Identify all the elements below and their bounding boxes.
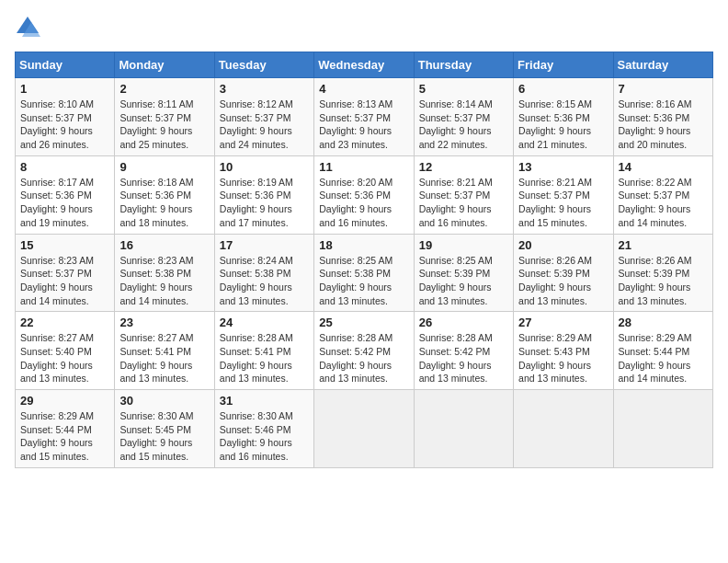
day-cell: 24Sunrise: 8:28 AMSunset: 5:41 PMDayligh… — [214, 312, 313, 390]
day-cell: 26Sunrise: 8:28 AMSunset: 5:42 PMDayligh… — [414, 312, 513, 390]
day-cell: 10Sunrise: 8:19 AMSunset: 5:36 PMDayligh… — [214, 155, 313, 234]
day-number: 4 — [319, 82, 408, 96]
day-cell: 7Sunrise: 8:16 AMSunset: 5:36 PMDaylight… — [613, 78, 712, 156]
day-number: 25 — [319, 316, 408, 329]
day-number: 9 — [119, 160, 209, 174]
logo-icon — [15, 15, 40, 40]
day-cell: 21Sunrise: 8:26 AMSunset: 5:39 PMDayligh… — [613, 234, 712, 312]
day-number: 6 — [518, 82, 608, 96]
day-number: 30 — [119, 394, 209, 408]
day-number: 13 — [518, 160, 608, 174]
week-row-2: 8Sunrise: 8:17 AMSunset: 5:36 PMDaylight… — [16, 155, 713, 234]
calendar-table: SundayMondayTuesdayWednesdayThursdayFrid… — [15, 52, 713, 468]
day-info: Sunrise: 8:20 AMSunset: 5:36 PMDaylight:… — [319, 176, 408, 230]
day-number: 2 — [119, 82, 209, 96]
day-number: 24 — [220, 316, 309, 329]
day-number: 8 — [20, 160, 109, 174]
day-info: Sunrise: 8:10 AMSunset: 5:37 PMDaylight:… — [20, 98, 109, 152]
day-number: 22 — [20, 316, 109, 329]
day-cell: 27Sunrise: 8:29 AMSunset: 5:43 PMDayligh… — [514, 312, 613, 390]
week-row-5: 29Sunrise: 8:29 AMSunset: 5:44 PMDayligh… — [16, 390, 713, 468]
day-cell: 2Sunrise: 8:11 AMSunset: 5:37 PMDaylight… — [115, 78, 214, 156]
weekday-header-row: SundayMondayTuesdayWednesdayThursdayFrid… — [16, 52, 713, 78]
day-cell — [514, 390, 613, 468]
week-row-1: 1Sunrise: 8:10 AMSunset: 5:37 PMDaylight… — [16, 78, 713, 156]
day-info: Sunrise: 8:13 AMSunset: 5:37 PMDaylight:… — [319, 98, 408, 152]
day-cell: 19Sunrise: 8:25 AMSunset: 5:39 PMDayligh… — [414, 234, 513, 312]
day-cell: 31Sunrise: 8:30 AMSunset: 5:46 PMDayligh… — [214, 390, 313, 468]
day-info: Sunrise: 8:27 AMSunset: 5:41 PMDaylight:… — [119, 331, 209, 385]
day-cell: 22Sunrise: 8:27 AMSunset: 5:40 PMDayligh… — [16, 312, 115, 390]
day-number: 14 — [619, 160, 708, 174]
day-number: 10 — [220, 160, 309, 174]
weekday-header-thursday: Thursday — [414, 52, 513, 78]
day-cell: 30Sunrise: 8:30 AMSunset: 5:45 PMDayligh… — [115, 390, 214, 468]
day-cell: 17Sunrise: 8:24 AMSunset: 5:38 PMDayligh… — [214, 234, 313, 312]
day-info: Sunrise: 8:16 AMSunset: 5:36 PMDaylight:… — [619, 98, 708, 152]
weekday-header-tuesday: Tuesday — [214, 52, 313, 78]
day-cell: 1Sunrise: 8:10 AMSunset: 5:37 PMDaylight… — [16, 78, 115, 156]
day-cell: 8Sunrise: 8:17 AMSunset: 5:36 PMDaylight… — [16, 155, 115, 234]
week-row-4: 22Sunrise: 8:27 AMSunset: 5:40 PMDayligh… — [16, 312, 713, 390]
day-info: Sunrise: 8:23 AMSunset: 5:38 PMDaylight:… — [119, 254, 209, 308]
day-info: Sunrise: 8:26 AMSunset: 5:39 PMDaylight:… — [518, 254, 608, 308]
day-cell: 6Sunrise: 8:15 AMSunset: 5:36 PMDaylight… — [514, 78, 613, 156]
day-number: 1 — [20, 82, 109, 96]
logo — [15, 15, 44, 40]
day-cell: 23Sunrise: 8:27 AMSunset: 5:41 PMDayligh… — [115, 312, 214, 390]
day-info: Sunrise: 8:21 AMSunset: 5:37 PMDaylight:… — [419, 176, 508, 230]
day-number: 12 — [419, 160, 508, 174]
day-info: Sunrise: 8:24 AMSunset: 5:38 PMDaylight:… — [220, 254, 309, 308]
day-cell — [314, 390, 414, 468]
weekday-header-sunday: Sunday — [16, 52, 115, 78]
day-number: 27 — [518, 316, 608, 329]
week-row-3: 15Sunrise: 8:23 AMSunset: 5:37 PMDayligh… — [16, 234, 713, 312]
day-number: 26 — [419, 316, 508, 329]
day-number: 19 — [419, 238, 508, 252]
day-cell: 25Sunrise: 8:28 AMSunset: 5:42 PMDayligh… — [314, 312, 414, 390]
day-info: Sunrise: 8:25 AMSunset: 5:38 PMDaylight:… — [319, 254, 408, 308]
day-info: Sunrise: 8:14 AMSunset: 5:37 PMDaylight:… — [419, 98, 508, 152]
day-cell: 15Sunrise: 8:23 AMSunset: 5:37 PMDayligh… — [16, 234, 115, 312]
day-number: 23 — [119, 316, 209, 329]
day-cell: 4Sunrise: 8:13 AMSunset: 5:37 PMDaylight… — [314, 78, 414, 156]
day-number: 3 — [220, 82, 309, 96]
day-number: 20 — [518, 238, 608, 252]
day-number: 11 — [319, 160, 408, 174]
day-cell: 28Sunrise: 8:29 AMSunset: 5:44 PMDayligh… — [613, 312, 712, 390]
day-cell: 14Sunrise: 8:22 AMSunset: 5:37 PMDayligh… — [613, 155, 712, 234]
day-cell: 3Sunrise: 8:12 AMSunset: 5:37 PMDaylight… — [214, 78, 313, 156]
day-info: Sunrise: 8:17 AMSunset: 5:36 PMDaylight:… — [20, 176, 109, 230]
weekday-header-monday: Monday — [115, 52, 214, 78]
day-info: Sunrise: 8:28 AMSunset: 5:42 PMDaylight:… — [319, 331, 408, 385]
day-info: Sunrise: 8:30 AMSunset: 5:45 PMDaylight:… — [119, 409, 209, 464]
day-number: 16 — [119, 238, 209, 252]
day-cell: 5Sunrise: 8:14 AMSunset: 5:37 PMDaylight… — [414, 78, 513, 156]
day-info: Sunrise: 8:18 AMSunset: 5:36 PMDaylight:… — [119, 176, 209, 230]
day-cell: 29Sunrise: 8:29 AMSunset: 5:44 PMDayligh… — [16, 390, 115, 468]
day-cell: 11Sunrise: 8:20 AMSunset: 5:36 PMDayligh… — [314, 155, 414, 234]
day-number: 31 — [220, 394, 309, 408]
day-number: 29 — [20, 394, 109, 408]
day-info: Sunrise: 8:23 AMSunset: 5:37 PMDaylight:… — [20, 254, 109, 308]
day-info: Sunrise: 8:12 AMSunset: 5:37 PMDaylight:… — [220, 98, 309, 152]
day-cell — [414, 390, 513, 468]
day-cell: 16Sunrise: 8:23 AMSunset: 5:38 PMDayligh… — [115, 234, 214, 312]
day-number: 28 — [619, 316, 708, 329]
day-number: 21 — [619, 238, 708, 252]
day-cell: 9Sunrise: 8:18 AMSunset: 5:36 PMDaylight… — [115, 155, 214, 234]
day-cell: 18Sunrise: 8:25 AMSunset: 5:38 PMDayligh… — [314, 234, 414, 312]
day-cell: 20Sunrise: 8:26 AMSunset: 5:39 PMDayligh… — [514, 234, 613, 312]
day-info: Sunrise: 8:25 AMSunset: 5:39 PMDaylight:… — [419, 254, 508, 308]
day-info: Sunrise: 8:29 AMSunset: 5:44 PMDaylight:… — [20, 409, 109, 464]
weekday-header-saturday: Saturday — [613, 52, 712, 78]
day-info: Sunrise: 8:22 AMSunset: 5:37 PMDaylight:… — [619, 176, 708, 230]
day-info: Sunrise: 8:27 AMSunset: 5:40 PMDaylight:… — [20, 331, 109, 385]
day-info: Sunrise: 8:29 AMSunset: 5:43 PMDaylight:… — [518, 331, 608, 385]
day-info: Sunrise: 8:19 AMSunset: 5:36 PMDaylight:… — [220, 176, 309, 230]
day-info: Sunrise: 8:11 AMSunset: 5:37 PMDaylight:… — [119, 98, 209, 152]
day-info: Sunrise: 8:21 AMSunset: 5:37 PMDaylight:… — [518, 176, 608, 230]
day-info: Sunrise: 8:26 AMSunset: 5:39 PMDaylight:… — [619, 254, 708, 308]
day-info: Sunrise: 8:29 AMSunset: 5:44 PMDaylight:… — [619, 331, 708, 385]
weekday-header-wednesday: Wednesday — [314, 52, 414, 78]
